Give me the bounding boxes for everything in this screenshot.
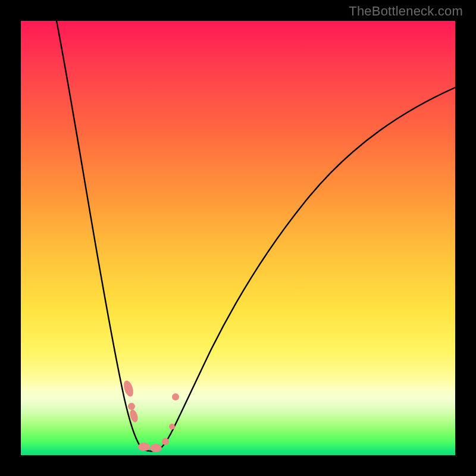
marker-icon <box>138 443 150 451</box>
marker-icon <box>172 393 179 400</box>
marker-icon <box>128 403 135 410</box>
plot-area <box>21 21 455 455</box>
curve-left-branch <box>57 21 147 450</box>
marker-icon <box>169 424 175 430</box>
chart-frame: TheBottleneck.com <box>0 0 476 476</box>
curve-right-branch <box>158 87 455 450</box>
marker-icon <box>150 444 162 452</box>
marker-group <box>122 380 179 452</box>
watermark-text: TheBottleneck.com <box>349 4 463 19</box>
curve-layer <box>21 21 455 455</box>
marker-icon <box>162 438 169 445</box>
